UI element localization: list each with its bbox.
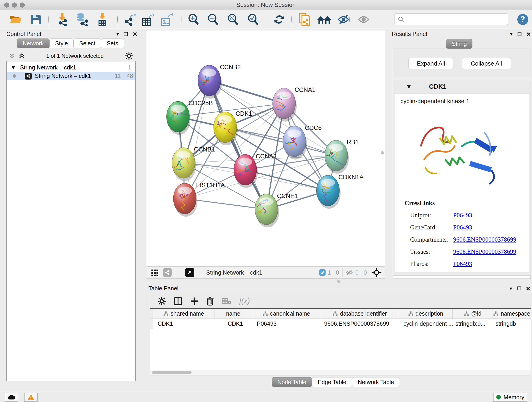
window-zoom-button[interactable]: [20, 2, 25, 7]
network-node-CCNB2[interactable]: CCNB2: [196, 64, 241, 99]
export-table-icon[interactable]: [140, 12, 155, 27]
window-close-button[interactable]: [4, 2, 9, 7]
control-panel-float-icon[interactable]: [124, 32, 128, 36]
tab-edge-table[interactable]: Edge Table: [312, 377, 352, 387]
tab-network-table[interactable]: Network Table: [352, 377, 400, 387]
home-icon[interactable]: [317, 12, 331, 27]
network-node-HIST1H1A[interactable]: HIST1H1A: [173, 182, 225, 217]
results-panel-menu-icon[interactable]: ▾: [510, 32, 513, 37]
collapse-all-button[interactable]: Collapse All: [462, 58, 511, 69]
selected-checkbox-icon[interactable]: [319, 269, 326, 276]
expand-all-button[interactable]: Expand All: [409, 58, 453, 69]
collapse-all-networks-icon[interactable]: [9, 53, 15, 59]
network-canvas[interactable]: CCNB2CCNA1CDC25BCDK1CDC6RB1CCNB1CCNA2CDK…: [146, 31, 385, 266]
help-icon[interactable]: ?: [515, 12, 530, 27]
crosslink-link[interactable]: P06493: [453, 224, 472, 231]
protein-card-expander-icon[interactable]: ▼: [407, 84, 411, 89]
toolbar-separator: [342, 268, 342, 277]
results-panel-float-icon[interactable]: [518, 32, 521, 36]
zoom-in-icon[interactable]: [186, 12, 201, 27]
zoom-fit-icon[interactable]: [226, 12, 240, 27]
tab-node-table[interactable]: Node Table: [272, 377, 312, 387]
crosslink-link[interactable]: 9606.ENSP00000378699: [453, 248, 516, 255]
column-header-database-identifier[interactable]: database identifier: [321, 309, 399, 319]
horizontal-splitter-handle[interactable]: [337, 280, 341, 283]
detach-view-icon[interactable]: [185, 268, 194, 277]
network-node-CCNA2[interactable]: CCNA2: [234, 153, 277, 188]
import-table-file-icon[interactable]: [95, 12, 110, 27]
network-graph[interactable]: CCNB2CCNA1CDC25BCDK1CDC6RB1CCNB1CCNA2CDK…: [146, 31, 385, 266]
refresh-icon[interactable]: [272, 12, 286, 27]
network-node-CCNE1[interactable]: CCNE1: [253, 192, 298, 228]
open-session-icon[interactable]: [8, 12, 23, 27]
search-input[interactable]: [406, 16, 505, 22]
network-node-CDC6[interactable]: CDC6: [283, 124, 322, 160]
zoom-out-icon[interactable]: [206, 12, 220, 27]
network-view-title: String Network – cdk1: [206, 269, 262, 276]
network-options-gear-icon[interactable]: [125, 52, 133, 60]
results-panel-close-icon[interactable]: [526, 32, 531, 36]
control-panel-close-icon[interactable]: [133, 32, 137, 36]
warnings-button[interactable]: [24, 393, 38, 402]
hidden-eye-icon[interactable]: [346, 269, 354, 276]
clone-network-icon[interactable]: [298, 12, 312, 27]
expand-all-networks-icon[interactable]: [19, 53, 25, 59]
crosslink-link[interactable]: P06493: [453, 212, 472, 219]
network-node-CDKN1A[interactable]: CDKN1A: [317, 174, 364, 209]
show-graphics-details-icon[interactable]: [357, 12, 372, 27]
network-collection-row[interactable]: ▼ String Network – cdk1 1: [7, 63, 135, 72]
column-header-name[interactable]: name: [215, 309, 252, 319]
table-horizontal-scrollbar[interactable]: [150, 370, 531, 375]
collection-expander-icon[interactable]: ▼: [12, 65, 15, 70]
share-view-icon[interactable]: [163, 268, 172, 277]
import-network-database-icon[interactable]: [75, 12, 89, 27]
tab-sets[interactable]: Sets: [101, 38, 124, 48]
main-toolbar: ?: [0, 10, 532, 29]
column-header-shared-name[interactable]: shared name: [153, 309, 215, 319]
tab-network[interactable]: Network: [17, 38, 50, 48]
table-panel-close-icon[interactable]: [526, 287, 530, 291]
column-header-id[interactable]: @id: [453, 309, 493, 319]
export-network-icon[interactable]: [122, 12, 137, 27]
birds-eye-toggle-icon[interactable]: [372, 268, 381, 277]
function-builder-icon[interactable]: f(x): [239, 297, 250, 305]
cell-name: CDK1: [215, 319, 252, 329]
zoom-selected-icon[interactable]: [246, 12, 260, 27]
table-panel-menu-icon[interactable]: ▾: [510, 286, 512, 291]
network-node-CCNA1[interactable]: CCNA1: [273, 86, 316, 121]
tab-string[interactable]: String: [446, 39, 472, 49]
string-network-icon: [25, 73, 32, 80]
control-panel-menu-icon[interactable]: ▾: [116, 32, 119, 37]
export-image-icon[interactable]: [159, 12, 174, 27]
vertical-splitter-handle[interactable]: [381, 151, 384, 154]
table-row[interactable]: CDK1 CDK1 P06493 9606.ENSP00000378699 cy…: [150, 319, 531, 329]
column-header-canonical-name[interactable]: canonical name: [252, 309, 321, 319]
network-node-RB1[interactable]: RB1: [325, 139, 359, 174]
cloud-status-button[interactable]: [5, 393, 18, 402]
select-columns-icon[interactable]: [174, 297, 182, 306]
hide-graphics-details-icon[interactable]: [337, 12, 351, 27]
column-header-description[interactable]: description: [399, 309, 453, 319]
window-title: Session: New Session: [236, 1, 296, 8]
delete-column-icon[interactable]: [206, 297, 214, 306]
import-network-file-icon[interactable]: [55, 12, 70, 27]
scrollbar-thumb[interactable]: [152, 371, 191, 374]
memory-button[interactable]: Memory: [493, 393, 527, 402]
delete-table-icon[interactable]: [222, 297, 231, 305]
search-box[interactable]: [394, 13, 508, 25]
network-row-selected[interactable]: String Network – cdk1 11 48: [7, 72, 135, 80]
window-minimize-button[interactable]: [12, 2, 17, 7]
crosslink-link[interactable]: P06493: [453, 260, 472, 268]
add-column-icon[interactable]: [190, 297, 198, 305]
table-panel-float-icon[interactable]: [517, 287, 521, 290]
grid-view-icon[interactable]: [151, 269, 159, 276]
network-node-label: CCNA1: [295, 86, 316, 93]
results-scroll-strip[interactable]: [393, 275, 531, 279]
tab-style[interactable]: Style: [50, 38, 74, 48]
column-header-namespace[interactable]: namespace: [493, 309, 531, 319]
tab-select[interactable]: Select: [74, 38, 101, 48]
crosslink-link[interactable]: 9606.ENSP00000378699: [453, 236, 516, 243]
save-session-icon[interactable]: [29, 12, 44, 27]
network-node-CDC25B[interactable]: CDC25B: [167, 100, 213, 135]
table-settings-gear-icon[interactable]: [158, 297, 166, 305]
